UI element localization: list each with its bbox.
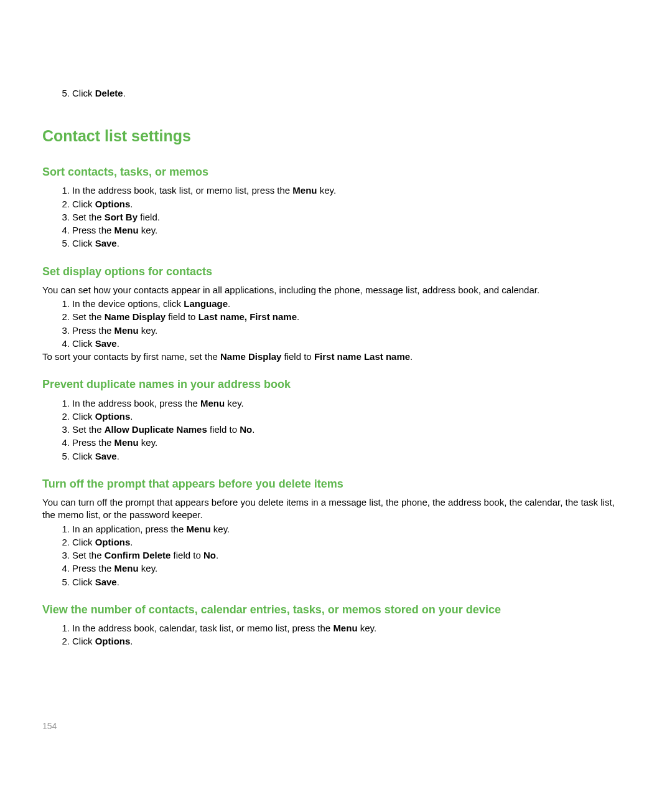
section-intro: You can set how your contacts appear in … [42, 284, 630, 296]
list-item: In the address book, calendar, task list… [72, 622, 630, 635]
text-pre: Click [72, 451, 95, 461]
text-pre: Press the [72, 563, 114, 573]
section-outro: To sort your contacts by first name, set… [42, 351, 630, 363]
ordered-list: In the address book, calendar, task list… [42, 622, 630, 648]
text-post: . [130, 411, 133, 422]
text-bold: Sort By [105, 212, 138, 222]
text-pre: In an application, press the [72, 524, 186, 534]
text-bold: Menu [114, 325, 139, 336]
list-item: Press the Menu key. [72, 437, 630, 449]
text-bold: Options [95, 199, 131, 209]
text-bold: First name Last name [314, 351, 410, 362]
section-heading: View the number of contacts, calendar en… [42, 602, 630, 617]
text-mid: field to [281, 351, 314, 362]
text-pre: Click [72, 88, 95, 98]
text-bold: Allow Duplicate Names [105, 424, 207, 435]
text-bold: Confirm Delete [105, 550, 171, 560]
text-pre: Set the [72, 212, 105, 222]
text-bold: Save [95, 338, 117, 349]
text-mid: field to [170, 550, 203, 560]
list-item: Click Options. [72, 635, 630, 648]
text-bold: Menu [114, 437, 139, 448]
text-bold: Name Display [220, 351, 281, 362]
list-item: Click Options. [72, 198, 630, 210]
text-pre: Click [72, 338, 95, 349]
text-post: . [410, 351, 413, 362]
text-mid: field to [207, 424, 240, 435]
text-bold: Menu [186, 524, 210, 534]
text-post: key. [225, 398, 244, 408]
text-post: field. [138, 212, 160, 222]
page-number: 154 [42, 720, 57, 732]
text-bold: Options [95, 411, 131, 422]
text-bold: Menu [292, 185, 317, 196]
section-intro: You can turn off the prompt that appears… [42, 496, 630, 522]
text-post: key. [358, 623, 377, 633]
text-mid: field to [166, 311, 198, 322]
list-item: Click Delete. [72, 87, 630, 100]
text-post: key. [139, 325, 158, 336]
text-pre: Press the [72, 325, 114, 336]
text-post: . [130, 537, 133, 547]
list-item: In the device options, click Language. [72, 298, 630, 310]
list-item: Set the Allow Duplicate Names field to N… [72, 423, 630, 436]
text-pre: Click [72, 537, 95, 547]
text-bold: Save [95, 577, 117, 587]
list-item: Click Save. [72, 237, 630, 250]
text-bold: Options [95, 537, 131, 547]
text-bold: Save [95, 451, 117, 461]
text-bold: Last name, First name [198, 311, 297, 322]
section-heading: Set display options for contacts [42, 264, 630, 279]
text-post: . [130, 199, 133, 209]
text-post: . [216, 550, 218, 560]
text-pre: Set the [72, 550, 105, 560]
ordered-list: In an application, press the Menu key. C… [42, 523, 630, 588]
text-pre: In the device options, click [72, 298, 184, 309]
list-item: Set the Sort By field. [72, 211, 630, 224]
text-post: . [117, 338, 119, 349]
text-bold: Name Display [105, 311, 166, 322]
text-pre: In the address book, task list, or memo … [72, 185, 292, 196]
text-bold: Menu [333, 623, 357, 633]
text-pre: Click [72, 411, 95, 422]
text-pre: In the address book, calendar, task list… [72, 623, 333, 633]
top-continuation-list: Click Delete. [42, 87, 630, 100]
text-bold: No [240, 424, 252, 435]
text-bold: No [203, 550, 216, 560]
text-post: . [117, 451, 119, 461]
text-pre: Set the [72, 311, 105, 322]
ordered-list: In the address book, press the Menu key.… [42, 397, 630, 463]
list-item: Click Save. [72, 337, 630, 350]
section-heading: Prevent duplicate names in your address … [42, 377, 630, 392]
list-item: Click Options. [72, 536, 630, 549]
text-pre: Click [72, 577, 95, 587]
text-post: key. [317, 185, 337, 196]
list-item: Press the Menu key. [72, 562, 630, 575]
section-heading: Turn off the prompt that appears before … [42, 476, 630, 491]
text-pre: Set the [72, 424, 105, 435]
text-post: . [130, 636, 133, 646]
list-item: In the address book, task list, or memo … [72, 184, 630, 197]
list-item: Press the Menu key. [72, 224, 630, 237]
list-item: In the address book, press the Menu key. [72, 397, 630, 410]
text-pre: Press the [72, 225, 114, 235]
text-post: . [117, 577, 119, 587]
list-item: In an application, press the Menu key. [72, 523, 630, 536]
text-pre: In the address book, press the [72, 398, 200, 408]
text-post: . [228, 298, 230, 309]
list-item: Press the Menu key. [72, 324, 630, 337]
text-post: . [123, 88, 126, 98]
text-pre: Click [72, 238, 95, 248]
text-bold: Save [95, 238, 117, 248]
section-heading: Sort contacts, tasks, or memos [42, 164, 630, 179]
text-post: key. [139, 225, 158, 235]
text-bold: Menu [114, 225, 139, 235]
text-pre: Click [72, 636, 95, 646]
text-post: key. [139, 437, 158, 448]
ordered-list: In the device options, click Language. S… [42, 298, 630, 350]
text-post: key. [139, 563, 158, 573]
text-post: . [297, 311, 299, 322]
text-post: key. [211, 524, 230, 534]
text-bold: Language [184, 298, 228, 309]
text-post: . [252, 424, 254, 435]
